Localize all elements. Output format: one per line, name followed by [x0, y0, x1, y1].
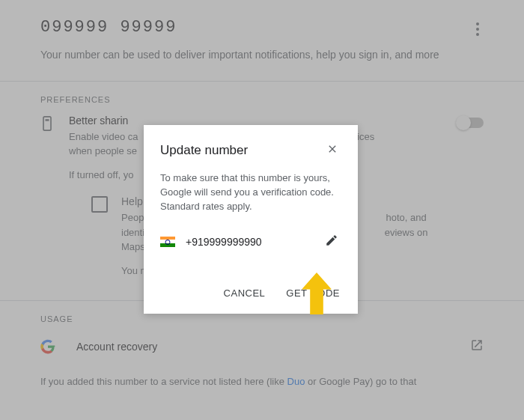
close-icon — [326, 143, 338, 155]
close-button[interactable] — [323, 140, 341, 161]
india-flag-icon — [160, 237, 175, 247]
pencil-icon — [325, 234, 338, 247]
cancel-button[interactable]: CANCEL — [222, 283, 267, 303]
phone-number-value: +919999999990 — [186, 236, 322, 248]
dialog-title: Update number — [160, 143, 323, 158]
dialog-body-text: To make sure that this number is yours, … — [160, 171, 341, 214]
edit-number-button[interactable] — [322, 231, 341, 253]
